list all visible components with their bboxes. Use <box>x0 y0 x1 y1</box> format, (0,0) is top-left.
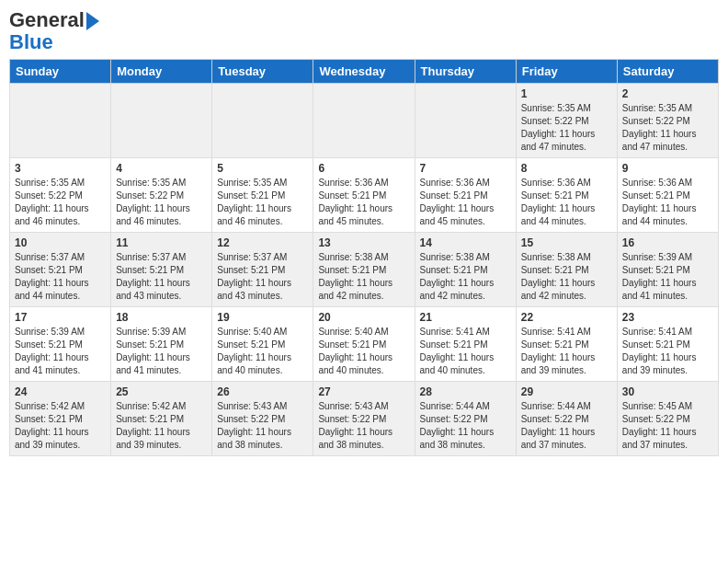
day-info: Sunrise: 5:40 AM Sunset: 5:21 PM Dayligh… <box>318 326 409 377</box>
day-cell <box>212 84 313 158</box>
day-cell: 12Sunrise: 5:37 AM Sunset: 5:21 PM Dayli… <box>212 233 313 307</box>
day-number: 11 <box>116 236 207 249</box>
day-cell: 4Sunrise: 5:35 AM Sunset: 5:22 PM Daylig… <box>111 158 212 233</box>
day-info: Sunrise: 5:39 AM Sunset: 5:21 PM Dayligh… <box>622 251 713 303</box>
day-cell: 19Sunrise: 5:40 AM Sunset: 5:21 PM Dayli… <box>212 307 313 382</box>
day-cell: 6Sunrise: 5:36 AM Sunset: 5:21 PM Daylig… <box>313 158 415 233</box>
day-number: 19 <box>217 311 308 324</box>
day-cell: 29Sunrise: 5:44 AM Sunset: 5:22 PM Dayli… <box>516 382 617 456</box>
day-number: 16 <box>622 236 713 249</box>
day-number: 20 <box>318 311 409 324</box>
day-number: 28 <box>420 385 511 398</box>
day-cell: 26Sunrise: 5:43 AM Sunset: 5:22 PM Dayli… <box>212 382 313 456</box>
day-number: 27 <box>318 385 409 398</box>
day-cell: 1Sunrise: 5:35 AM Sunset: 5:22 PM Daylig… <box>516 84 617 158</box>
day-info: Sunrise: 5:37 AM Sunset: 5:21 PM Dayligh… <box>217 251 308 303</box>
day-number: 4 <box>116 162 207 175</box>
day-cell: 24Sunrise: 5:42 AM Sunset: 5:21 PM Dayli… <box>10 382 111 456</box>
day-cell: 14Sunrise: 5:38 AM Sunset: 5:21 PM Dayli… <box>415 233 516 307</box>
day-cell: 25Sunrise: 5:42 AM Sunset: 5:21 PM Dayli… <box>111 382 212 456</box>
day-info: Sunrise: 5:41 AM Sunset: 5:21 PM Dayligh… <box>622 326 713 377</box>
header-cell-friday: Friday <box>516 60 617 84</box>
day-cell: 15Sunrise: 5:38 AM Sunset: 5:21 PM Dayli… <box>516 233 617 307</box>
day-info: Sunrise: 5:35 AM Sunset: 5:22 PM Dayligh… <box>15 177 106 228</box>
day-number: 22 <box>521 311 612 324</box>
header: General Blue <box>9 9 719 53</box>
day-number: 5 <box>217 162 308 175</box>
day-cell: 3Sunrise: 5:35 AM Sunset: 5:22 PM Daylig… <box>10 158 111 233</box>
day-info: Sunrise: 5:42 AM Sunset: 5:21 PM Dayligh… <box>116 400 207 452</box>
day-info: Sunrise: 5:38 AM Sunset: 5:21 PM Dayligh… <box>420 251 511 303</box>
day-info: Sunrise: 5:45 AM Sunset: 5:22 PM Dayligh… <box>622 400 713 452</box>
day-info: Sunrise: 5:44 AM Sunset: 5:22 PM Dayligh… <box>521 400 612 452</box>
day-info: Sunrise: 5:35 AM Sunset: 5:21 PM Dayligh… <box>217 177 308 228</box>
day-number: 24 <box>15 385 106 398</box>
week-row-4: 17Sunrise: 5:39 AM Sunset: 5:21 PM Dayli… <box>10 307 719 382</box>
day-cell: 16Sunrise: 5:39 AM Sunset: 5:21 PM Dayli… <box>617 233 718 307</box>
day-number: 2 <box>622 87 713 100</box>
day-info: Sunrise: 5:36 AM Sunset: 5:21 PM Dayligh… <box>622 177 713 228</box>
calendar-table: SundayMondayTuesdayWednesdayThursdayFrid… <box>9 59 719 456</box>
day-cell: 13Sunrise: 5:38 AM Sunset: 5:21 PM Dayli… <box>313 233 415 307</box>
day-cell: 20Sunrise: 5:40 AM Sunset: 5:21 PM Dayli… <box>313 307 415 382</box>
day-cell: 21Sunrise: 5:41 AM Sunset: 5:21 PM Dayli… <box>415 307 516 382</box>
header-cell-monday: Monday <box>111 60 212 84</box>
day-cell: 7Sunrise: 5:36 AM Sunset: 5:21 PM Daylig… <box>415 158 516 233</box>
day-number: 29 <box>521 385 612 398</box>
header-cell-thursday: Thursday <box>415 60 516 84</box>
day-info: Sunrise: 5:37 AM Sunset: 5:21 PM Dayligh… <box>116 251 207 303</box>
day-cell <box>313 84 415 158</box>
day-cell: 17Sunrise: 5:39 AM Sunset: 5:21 PM Dayli… <box>10 307 111 382</box>
header-row: SundayMondayTuesdayWednesdayThursdayFrid… <box>10 60 719 84</box>
day-number: 30 <box>622 385 713 398</box>
day-info: Sunrise: 5:41 AM Sunset: 5:21 PM Dayligh… <box>521 326 612 377</box>
day-number: 25 <box>116 385 207 398</box>
day-info: Sunrise: 5:39 AM Sunset: 5:21 PM Dayligh… <box>116 326 207 377</box>
day-number: 17 <box>15 311 106 324</box>
week-row-1: 1Sunrise: 5:35 AM Sunset: 5:22 PM Daylig… <box>10 84 719 158</box>
day-info: Sunrise: 5:36 AM Sunset: 5:21 PM Dayligh… <box>318 177 409 228</box>
day-number: 7 <box>420 162 511 175</box>
logo: General Blue <box>9 9 99 53</box>
day-info: Sunrise: 5:44 AM Sunset: 5:22 PM Dayligh… <box>420 400 511 452</box>
day-cell: 10Sunrise: 5:37 AM Sunset: 5:21 PM Dayli… <box>10 233 111 307</box>
day-info: Sunrise: 5:36 AM Sunset: 5:21 PM Dayligh… <box>521 177 612 228</box>
day-cell: 18Sunrise: 5:39 AM Sunset: 5:21 PM Dayli… <box>111 307 212 382</box>
day-cell: 28Sunrise: 5:44 AM Sunset: 5:22 PM Dayli… <box>415 382 516 456</box>
day-info: Sunrise: 5:35 AM Sunset: 5:22 PM Dayligh… <box>116 177 207 228</box>
day-info: Sunrise: 5:41 AM Sunset: 5:21 PM Dayligh… <box>420 326 511 377</box>
day-cell: 8Sunrise: 5:36 AM Sunset: 5:21 PM Daylig… <box>516 158 617 233</box>
header-cell-saturday: Saturday <box>617 60 718 84</box>
day-number: 8 <box>521 162 612 175</box>
day-number: 1 <box>521 87 612 100</box>
day-cell <box>415 84 516 158</box>
header-cell-wednesday: Wednesday <box>313 60 415 84</box>
day-number: 23 <box>622 311 713 324</box>
day-info: Sunrise: 5:43 AM Sunset: 5:22 PM Dayligh… <box>318 400 409 452</box>
day-number: 3 <box>15 162 106 175</box>
day-info: Sunrise: 5:36 AM Sunset: 5:21 PM Dayligh… <box>420 177 511 228</box>
day-cell: 22Sunrise: 5:41 AM Sunset: 5:21 PM Dayli… <box>516 307 617 382</box>
day-info: Sunrise: 5:40 AM Sunset: 5:21 PM Dayligh… <box>217 326 308 377</box>
day-info: Sunrise: 5:42 AM Sunset: 5:21 PM Dayligh… <box>15 400 106 452</box>
week-row-5: 24Sunrise: 5:42 AM Sunset: 5:21 PM Dayli… <box>10 382 719 456</box>
day-cell: 5Sunrise: 5:35 AM Sunset: 5:21 PM Daylig… <box>212 158 313 233</box>
day-info: Sunrise: 5:35 AM Sunset: 5:22 PM Dayligh… <box>521 102 612 154</box>
day-number: 21 <box>420 311 511 324</box>
day-cell: 2Sunrise: 5:35 AM Sunset: 5:22 PM Daylig… <box>617 84 718 158</box>
day-number: 18 <box>116 311 207 324</box>
logo-blue: Blue <box>9 31 53 53</box>
day-number: 6 <box>318 162 409 175</box>
day-cell: 30Sunrise: 5:45 AM Sunset: 5:22 PM Dayli… <box>617 382 718 456</box>
day-cell: 9Sunrise: 5:36 AM Sunset: 5:21 PM Daylig… <box>617 158 718 233</box>
day-number: 26 <box>217 385 308 398</box>
day-cell: 11Sunrise: 5:37 AM Sunset: 5:21 PM Dayli… <box>111 233 212 307</box>
day-info: Sunrise: 5:43 AM Sunset: 5:22 PM Dayligh… <box>217 400 308 452</box>
day-number: 14 <box>420 236 511 249</box>
day-info: Sunrise: 5:35 AM Sunset: 5:22 PM Dayligh… <box>622 102 713 154</box>
header-cell-sunday: Sunday <box>10 60 111 84</box>
day-cell: 27Sunrise: 5:43 AM Sunset: 5:22 PM Dayli… <box>313 382 415 456</box>
day-cell: 23Sunrise: 5:41 AM Sunset: 5:21 PM Dayli… <box>617 307 718 382</box>
day-info: Sunrise: 5:38 AM Sunset: 5:21 PM Dayligh… <box>318 251 409 303</box>
day-number: 13 <box>318 236 409 249</box>
